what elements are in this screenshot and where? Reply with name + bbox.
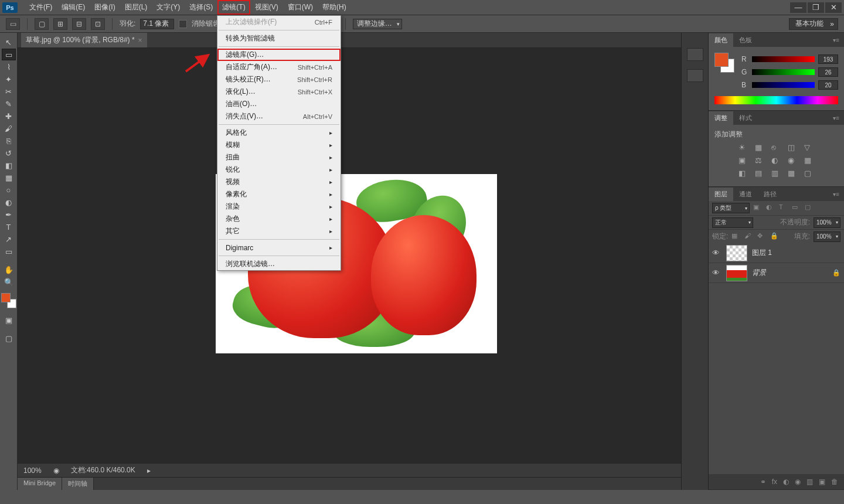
tab-swatches[interactable]: 色板 xyxy=(733,33,758,47)
maximize-button[interactable]: ❐ xyxy=(808,2,824,13)
menu-文字[interactable]: 文字(Y) xyxy=(152,0,185,15)
photo-icon[interactable]: ◉ xyxy=(788,156,798,165)
color-picker[interactable] xyxy=(1,293,16,308)
panel-menu-icon[interactable]: ▾≡ xyxy=(828,191,844,197)
fx-icon[interactable]: fx xyxy=(772,478,777,486)
panel-menu-icon[interactable]: ▾≡ xyxy=(828,37,844,43)
menu-图像[interactable]: 图像(I) xyxy=(90,0,120,15)
menu-视图[interactable]: 视图(V) xyxy=(250,0,283,15)
sub-selection-icon[interactable]: ⊟ xyxy=(72,18,86,30)
marquee-tool[interactable]: ▭ xyxy=(2,49,16,60)
screenmode-tool[interactable]: ▢ xyxy=(2,332,16,344)
menu-item[interactable]: 渲染▸ xyxy=(217,200,341,213)
hand-tool[interactable]: ✋ xyxy=(2,264,16,275)
layer-name[interactable]: 背景 xyxy=(752,268,766,278)
eye-icon[interactable]: 👁 xyxy=(712,268,722,277)
menu-窗口[interactable]: 窗口(W) xyxy=(283,0,318,15)
tool-preset-icon[interactable]: ▭ xyxy=(6,18,20,30)
path-tool[interactable]: ↗ xyxy=(2,233,16,245)
b-slider[interactable] xyxy=(752,82,815,88)
brush-tool[interactable]: 🖌 xyxy=(2,122,16,134)
menu-item[interactable]: 像素化▸ xyxy=(217,188,341,200)
history-brush-tool[interactable]: ↺ xyxy=(2,147,16,159)
antialias-checkbox[interactable] xyxy=(179,20,187,28)
menu-编辑[interactable]: 编辑(E) xyxy=(57,0,90,15)
eyedropper-tool[interactable]: ✎ xyxy=(2,98,16,110)
tab-adjustments[interactable]: 调整 xyxy=(709,111,733,125)
r-value[interactable]: 193 xyxy=(818,55,838,64)
refine-edge-button[interactable]: 调整边缘… xyxy=(353,19,402,29)
menu-item[interactable]: 浏览联机滤镜… xyxy=(217,258,341,270)
canvas-wrap[interactable] xyxy=(18,48,681,463)
stamp-tool[interactable]: ⎘ xyxy=(2,135,16,147)
mask-icon[interactable]: ◐ xyxy=(783,478,789,486)
wand-tool[interactable]: ✦ xyxy=(2,73,16,85)
dodge-tool[interactable]: ◐ xyxy=(2,196,16,208)
menu-item[interactable]: Digimarc▸ xyxy=(217,241,341,254)
hue-icon[interactable]: ▣ xyxy=(738,156,749,165)
layer-filter-type[interactable]: ρ 类型 xyxy=(712,203,750,213)
shape-tool[interactable]: ▭ xyxy=(2,246,16,257)
menu-item[interactable]: 滤镜库(G)… xyxy=(217,49,341,61)
intersect-selection-icon[interactable]: ⊡ xyxy=(91,18,105,30)
menu-帮助[interactable]: 帮助(H) xyxy=(318,0,351,15)
grad-icon[interactable]: ▦ xyxy=(788,169,798,178)
hue-strip[interactable] xyxy=(714,96,838,104)
tab-layers[interactable]: 图层 xyxy=(709,188,733,201)
heal-tool[interactable]: ✚ xyxy=(2,110,16,122)
zoom-level[interactable]: 100% xyxy=(23,466,42,475)
lock-paint-icon[interactable]: 🖌 xyxy=(744,232,754,241)
layer-thumb[interactable] xyxy=(726,265,747,281)
adj-layer-icon[interactable]: ◉ xyxy=(795,478,801,486)
menu-item[interactable]: 扭曲▸ xyxy=(217,151,341,164)
brightness-icon[interactable]: ☀ xyxy=(738,143,749,152)
g-slider[interactable] xyxy=(752,69,815,75)
pen-tool[interactable]: ✒ xyxy=(2,209,16,220)
fill-value[interactable]: 100% xyxy=(814,231,840,242)
crop-tool[interactable]: ✂ xyxy=(2,86,16,97)
menu-item[interactable]: 风格化▸ xyxy=(217,127,341,139)
tab-minibridge[interactable]: Mini Bridge xyxy=(18,478,62,490)
mixer-icon[interactable]: ▦ xyxy=(804,156,815,165)
levels-icon[interactable]: ▦ xyxy=(755,143,765,152)
eraser-tool[interactable]: ◧ xyxy=(2,159,16,171)
gradient-tool[interactable]: ▦ xyxy=(2,172,16,183)
lock-all-icon[interactable]: 🔒 xyxy=(770,232,780,241)
tab-styles[interactable]: 样式 xyxy=(733,111,758,125)
eye-icon[interactable]: 👁 xyxy=(712,248,722,257)
tab-timeline[interactable]: 时间轴 xyxy=(62,478,94,490)
zoom-tool[interactable]: 🔍 xyxy=(2,276,16,288)
menu-item[interactable]: 模糊▸ xyxy=(217,139,341,151)
b-value[interactable]: 20 xyxy=(818,80,838,90)
properties-panel-icon[interactable] xyxy=(687,69,703,82)
menu-选择[interactable]: 选择(S) xyxy=(185,0,217,15)
new-selection-icon[interactable]: ▢ xyxy=(35,18,49,30)
doc-tab[interactable]: 草莓.jpg @ 100% (背景, RGB/8#) *× xyxy=(21,33,147,47)
menu-文件[interactable]: 文件(F) xyxy=(25,0,57,15)
tab-color[interactable]: 颜色 xyxy=(709,33,733,47)
filter-type-icon[interactable]: T xyxy=(779,203,788,213)
blur-tool[interactable]: ○ xyxy=(2,184,16,196)
group-icon[interactable]: ▥ xyxy=(806,478,813,486)
tab-paths[interactable]: 路径 xyxy=(758,188,782,201)
bw-icon[interactable]: ◐ xyxy=(771,156,782,165)
color-swatch[interactable] xyxy=(714,53,734,73)
lock-trans-icon[interactable]: ▦ xyxy=(731,232,741,241)
sel-icon[interactable]: ▢ xyxy=(804,169,815,178)
layer-name[interactable]: 图层 1 xyxy=(752,248,772,258)
thresh-icon[interactable]: ▥ xyxy=(771,169,782,178)
bal-icon[interactable]: ⚖ xyxy=(755,156,765,165)
add-selection-icon[interactable]: ⊞ xyxy=(53,18,67,30)
filter-img-icon[interactable]: ▣ xyxy=(753,203,763,213)
post-icon[interactable]: ▤ xyxy=(755,169,765,178)
filter-shape-icon[interactable]: ▭ xyxy=(792,203,801,213)
r-slider[interactable] xyxy=(752,56,815,62)
menu-item[interactable]: 锐化▸ xyxy=(217,164,341,176)
chevron-right-icon[interactable]: ▸ xyxy=(147,466,151,475)
invert-icon[interactable]: ◧ xyxy=(738,169,749,178)
menu-item[interactable]: 液化(L)…Shift+Ctrl+X xyxy=(217,86,341,98)
close-icon[interactable]: × xyxy=(138,36,142,45)
close-button[interactable]: ✕ xyxy=(825,2,842,13)
menu-item[interactable]: 杂色▸ xyxy=(217,213,341,225)
history-panel-icon[interactable] xyxy=(687,48,703,61)
